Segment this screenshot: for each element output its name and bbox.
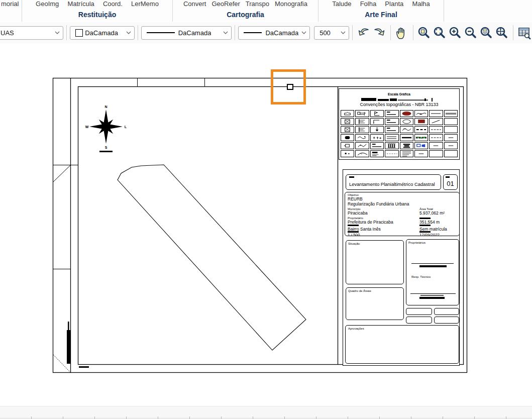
toolbar-separator (66, 25, 67, 40)
legend-symbol-greendots (414, 134, 428, 141)
ribbon-item-lermemo[interactable]: LerMemo (131, 0, 159, 8)
municipality-value: Piracicaba (348, 211, 368, 216)
ribbon-item-planta[interactable]: Planta (385, 0, 403, 8)
legend-symbol-flag (370, 110, 384, 117)
legend-symbol-label (385, 126, 398, 133)
legend-symbol-stack (400, 142, 413, 149)
toolbar-separator (352, 25, 353, 40)
legend-symbol-boxx (341, 126, 354, 133)
zoom-out-icon[interactable] (464, 25, 478, 40)
zoom-in-icon[interactable] (448, 25, 463, 40)
owners-box: Proprietários Resp. Técnico (406, 239, 459, 305)
legend-symbol-dline (385, 134, 398, 141)
scale-value: 1 / 500 (348, 233, 360, 237)
approvals-box: Aprovações (345, 325, 459, 364)
legend-symbol-redblob (400, 110, 413, 117)
legend-symbol-short (414, 150, 428, 157)
layer-combo[interactable]: UAS (0, 26, 63, 40)
linetype-swatch (147, 32, 175, 33)
legend-symbol-multi (400, 150, 413, 157)
vertex-grip-handle[interactable] (287, 84, 293, 90)
legend-symbol-short (444, 142, 458, 149)
legend-symbol-short (444, 134, 458, 141)
legend-symbol-wave (355, 134, 369, 141)
sheet-title-box: Levantamento Planialtimétrico Cadastral (346, 174, 441, 190)
owners-label: Proprietários (408, 241, 425, 244)
zoom-all-icon[interactable] (495, 25, 509, 40)
ribbon-group-label: Cartografia (173, 11, 318, 19)
legend-symbol-gate (355, 110, 369, 117)
objective-value: REURB (348, 196, 363, 201)
redo-icon[interactable] (372, 25, 387, 40)
undo-icon[interactable] (356, 25, 371, 40)
ribbon-item-transpo[interactable]: Transpo (246, 0, 269, 8)
toolbar-separator (513, 25, 513, 40)
legend-symbol-thick (400, 134, 413, 141)
legend-symbol-fence (355, 118, 369, 125)
ribbon-item-georefer[interactable]: GeoRefer (211, 0, 240, 8)
toolbar-separator (390, 25, 391, 40)
small-box-1 (406, 308, 432, 315)
lineweight-combo[interactable]: DaCamada (238, 26, 310, 40)
legend-symbol-smallbox (341, 142, 354, 149)
legend-symbol-blank (444, 126, 458, 133)
perimeter-value: 351,554 m (419, 220, 440, 225)
pan-icon[interactable] (394, 25, 409, 40)
legend-symbol-blank (429, 150, 443, 157)
legend-symbol-tree (355, 142, 369, 149)
ribbon-item-malha[interactable]: Malha (412, 0, 430, 8)
legend-symbol-arrow (370, 126, 384, 133)
sheet-title: Levantamento Planialtimétrico Cadastral (349, 181, 439, 187)
situation-label: Situação (348, 242, 360, 245)
tech-label: Resp. Técnico (411, 275, 431, 278)
ribbon-group-arte-final: TaludeFolhaPlantaMalhaArte Final (318, 0, 444, 22)
ribbon-group-partial: morial (0, 0, 22, 22)
zoom-extents-icon[interactable] (433, 25, 447, 40)
legend-symbol-ellipse (400, 118, 413, 125)
fields-box: Objetivo REURB Regularização Fundiária U… (345, 192, 460, 236)
color-swatch (75, 29, 83, 37)
small-box-2 (434, 308, 459, 315)
ribbon-item-monografia[interactable]: Monografia (275, 0, 307, 8)
status-bar-ticks (0, 416, 532, 419)
date-value: 12/09/2022 (419, 233, 440, 237)
ribbon-item-folha[interactable]: Folha (360, 0, 377, 8)
zoom-window-icon[interactable] (417, 25, 432, 40)
approvals-label: Aprovações (348, 327, 364, 330)
legend-symbol-hill (355, 150, 369, 157)
ribbon-item-geoimg[interactable]: GeoImg (36, 0, 59, 8)
ribbon-group-cartografia: ConvertGeoReferTranspoMonografiaCartogra… (173, 0, 318, 22)
legend-symbol-dashbold (414, 126, 428, 133)
linetype-swatch (244, 32, 262, 33)
legend-symbol-hut (341, 110, 354, 117)
sheet-number: 01 (444, 180, 457, 187)
toolbar-separator (235, 25, 235, 40)
legend-symbol-blank (444, 150, 458, 157)
toolbar-separator (138, 25, 138, 40)
legend-symbol-dash (429, 126, 443, 133)
linetype-combo[interactable]: DaCamada (141, 26, 232, 40)
areas-label: Quadro de Áreas (348, 289, 371, 292)
color-combo[interactable]: DaCamada (70, 26, 134, 40)
ribbon-item-coord[interactable]: Coord. (103, 0, 123, 8)
ribbon-item-morial[interactable]: morial (1, 0, 19, 8)
legend-title: Convenções topográficas - NBR 13133 (339, 102, 459, 107)
ribbon-item-talude[interactable]: Talude (332, 0, 351, 8)
ribbon: morialGeoImgMatrículaCoord.LerMemoRestit… (0, 0, 532, 23)
legend-symbol-cols (385, 142, 398, 149)
application-window: morialGeoImgMatrículaCoord.LerMemoRestit… (0, 0, 532, 419)
toolbar-separator (413, 25, 413, 40)
legend-symbol-dash (429, 134, 443, 141)
legend-symbol-dots (341, 150, 354, 157)
legend-symbol-redrect (414, 118, 428, 125)
legend-symbol-oval (341, 134, 354, 141)
ribbon-group-restituição: GeoImgMatrículaCoord.LerMemoRestituição (22, 0, 173, 22)
legend-symbol-ticks (444, 110, 458, 117)
zoom-layer-icon[interactable] (479, 25, 494, 40)
legend-symbol-blue (414, 142, 428, 149)
attribute-table-icon[interactable] (517, 25, 531, 40)
ribbon-item-convert[interactable]: Convert (183, 0, 206, 8)
ribbon-item-matrcula[interactable]: Matrícula (67, 0, 94, 8)
scale-combo[interactable]: 500 (314, 26, 349, 40)
graphic-scale-bar (339, 97, 459, 102)
